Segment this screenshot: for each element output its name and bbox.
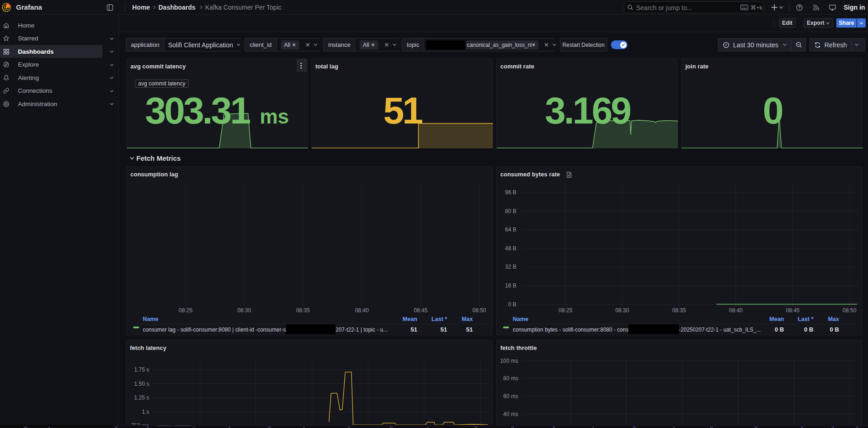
svg-text:40 ms: 40 ms [503,411,518,417]
svg-text:0 B: 0 B [508,301,516,308]
svg-text:08:40: 08:40 [729,307,743,314]
svg-text:08:30: 08:30 [237,307,251,314]
svg-text:08:50: 08:50 [472,307,486,314]
svg-text:100 ms: 100 ms [500,358,518,364]
svg-text:08:45: 08:45 [414,307,427,314]
svg-text:1.50 s: 1.50 s [134,381,149,387]
svg-text:08:25: 08:25 [559,307,572,314]
svg-text:60 ms: 60 ms [503,393,518,400]
svg-text:96 B: 96 B [505,189,516,196]
svg-text:08:40: 08:40 [355,307,369,314]
svg-text:08:35: 08:35 [672,307,686,314]
svg-text:80 ms: 80 ms [503,375,518,382]
svg-text:08:50: 08:50 [843,307,857,314]
svg-text:32 B: 32 B [505,264,516,270]
svg-text:1 s: 1 s [142,409,149,415]
svg-text:08:35: 08:35 [296,307,310,314]
svg-text:80 B: 80 B [505,208,516,214]
svg-text:08:30: 08:30 [615,307,629,314]
svg-text:64 B: 64 B [505,226,516,233]
svg-text:1.75 s: 1.75 s [134,366,149,373]
svg-text:16 B: 16 B [505,282,516,289]
svg-text:1.25 s: 1.25 s [134,394,149,401]
svg-text:08:45: 08:45 [786,307,800,314]
svg-text:08:25: 08:25 [179,307,192,314]
svg-text:48 B: 48 B [505,245,516,252]
